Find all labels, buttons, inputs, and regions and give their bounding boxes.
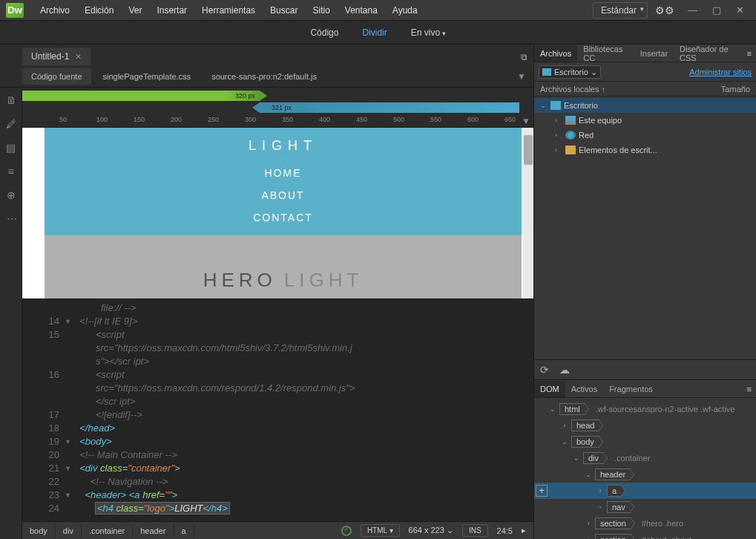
preview-nav-item[interactable]: ABOUT: [45, 189, 522, 201]
related-file-js[interactable]: source-sans-pro:n2:default.js: [203, 68, 326, 85]
menu-herramientas[interactable]: Herramientas: [194, 2, 263, 19]
indent-icon[interactable]: ≡: [4, 165, 18, 178]
code-line[interactable]: s"></scr ipt>: [22, 355, 355, 368]
files-col-size[interactable]: Tamaño: [721, 85, 750, 94]
panel-menu-icon[interactable]: ≡: [743, 385, 756, 393]
panel-menu-icon[interactable]: ≡: [743, 49, 756, 58]
manage-sites-link[interactable]: Administrar sitios: [689, 68, 752, 76]
menu-ayuda[interactable]: Ayuda: [385, 2, 425, 19]
code-line[interactable]: 16 <script: [22, 368, 355, 382]
ruler-handle-icon[interactable]: ▼: [522, 116, 530, 126]
menu-ventana[interactable]: Ventana: [338, 2, 385, 19]
dom-row[interactable]: +›a: [534, 483, 756, 499]
code-line[interactable]: file:// -->: [22, 301, 355, 315]
site-dropdown[interactable]: Escritorio: [539, 65, 601, 79]
code-line[interactable]: 22 <!-- Navigation -->: [22, 475, 355, 489]
dom-row[interactable]: ⌄div.container: [534, 450, 756, 466]
status-insert-mode[interactable]: INS: [462, 524, 488, 537]
document-tab[interactable]: Untitled-1 ✕: [22, 48, 91, 65]
dom-row[interactable]: ›section#hero .hero: [534, 515, 756, 532]
code-line[interactable]: 24 <h4 class="logo">LIGHT</h4>: [22, 502, 355, 515]
files-col-name[interactable]: Archivos locales ↑: [540, 85, 605, 94]
source-code-button[interactable]: Código fuente: [22, 68, 91, 85]
dom-row[interactable]: ⌄body: [534, 434, 756, 450]
dom-row[interactable]: ›head: [534, 417, 756, 434]
related-file-css[interactable]: singlePageTemplate.css: [94, 68, 200, 85]
code-line[interactable]: src="https://oss.maxcdn.com/html5shiv/3.…: [22, 342, 355, 355]
manage-icon[interactable]: ▤: [4, 141, 18, 154]
tree-row[interactable]: ⌄Escritorio: [534, 98, 756, 113]
code-line[interactable]: 14▼ <!--[if lt IE 9]>: [22, 315, 355, 328]
close-button[interactable]: ✕: [730, 1, 750, 19]
tools-icon[interactable]: 🖉: [4, 117, 18, 131]
code-line[interactable]: 23▼ <header> <a href="">: [22, 489, 355, 502]
breadcrumb-item[interactable]: a: [174, 524, 194, 538]
preview-nav-item[interactable]: HOME: [45, 167, 522, 179]
code-line[interactable]: 19▼ <body>: [22, 435, 355, 448]
menu-archivo[interactable]: Archivo: [33, 2, 77, 19]
tree-row[interactable]: ›Red: [534, 128, 756, 143]
ruler-tick: 500: [393, 116, 404, 123]
ruler-tick: 600: [467, 116, 479, 123]
code-line[interactable]: 20 <!-- Main Container -->: [22, 448, 355, 462]
tree-row[interactable]: ›Elementos de escrit...: [534, 143, 756, 157]
code-line[interactable]: 21▼ <div class="container">: [22, 462, 355, 475]
view-code-button[interactable]: Código: [304, 24, 344, 41]
code-line[interactable]: 15 <script: [22, 328, 355, 342]
tree-row[interactable]: ›Este equipo: [534, 113, 756, 128]
status-language[interactable]: HTML ▾: [361, 524, 400, 537]
panel-tab[interactable]: Insertar: [634, 45, 674, 62]
view-split-button[interactable]: Dividir: [356, 24, 392, 41]
minimize-button[interactable]: —: [682, 1, 703, 19]
live-preview[interactable]: LIGHT HOMEABOUTCONTACT HERO LIGHT: [22, 128, 533, 298]
mq-bar-max[interactable]: 320 px: [22, 91, 260, 101]
status-ok-icon[interactable]: [341, 526, 352, 536]
breadcrumb-item[interactable]: div: [56, 524, 82, 538]
panel-tab[interactable]: DOM: [534, 381, 565, 397]
panel-tab[interactable]: Archivos: [534, 45, 577, 62]
file-icon[interactable]: 🗎: [4, 94, 18, 107]
menu-insertar[interactable]: Insertar: [149, 2, 194, 19]
menu-sitio[interactable]: Sitio: [305, 2, 337, 19]
dom-row[interactable]: ›nav: [534, 499, 756, 515]
breadcrumb-item[interactable]: body: [22, 524, 56, 538]
preview-nav-item[interactable]: CONTACT: [45, 212, 522, 223]
status-overflow-icon[interactable]: ▸: [522, 526, 526, 535]
ruler-tick: 350: [282, 116, 293, 123]
view-live-button[interactable]: En vivo: [405, 24, 452, 41]
preview-hero-text-2: LIGHT: [284, 269, 364, 292]
menu-edición[interactable]: Edición: [77, 2, 121, 19]
scrollbar-thumb[interactable]: [524, 135, 533, 165]
ruler-tick: 400: [319, 116, 330, 123]
window-mode-icon[interactable]: ⧉: [515, 49, 533, 65]
panel-tab[interactable]: Fragmentos: [603, 381, 659, 397]
filter-icon[interactable]: ▼: [510, 68, 533, 85]
menu-ver[interactable]: Ver: [121, 2, 149, 19]
dom-row[interactable]: ⌄html.wf-sourcesanspro-n2-active .wf-act…: [534, 401, 756, 417]
code-line[interactable]: src="https://oss.maxcdn.com/respond/1.4.…: [22, 382, 355, 395]
mq-bar-min[interactable]: 321 px: [260, 102, 519, 113]
app-logo: Dw: [6, 3, 24, 18]
code-line[interactable]: 17 <![endif]-->: [22, 408, 355, 422]
code-line[interactable]: </scr ipt>: [22, 395, 355, 408]
maximize-button[interactable]: ▢: [706, 1, 727, 19]
breadcrumb-item[interactable]: .container: [82, 524, 133, 538]
media-query-bars[interactable]: 320 px 321 px: [22, 88, 533, 114]
code-editor[interactable]: file:// -->14▼ <!--[if lt IE 9]>15 <scri…: [22, 298, 533, 521]
code-line[interactable]: 18 </head>: [22, 422, 355, 435]
more-icon[interactable]: ⋯: [4, 212, 18, 226]
preview-hero-text-1: HERO: [203, 269, 277, 292]
collect-icon[interactable]: ☁: [559, 364, 570, 376]
dom-row[interactable]: ⌄header: [534, 466, 756, 483]
workspace-dropdown[interactable]: Estándar: [593, 2, 648, 19]
close-tab-icon[interactable]: ✕: [75, 52, 82, 62]
panel-tab[interactable]: Activos: [565, 381, 603, 397]
refresh-icon[interactable]: ⟳: [540, 364, 549, 376]
add-element-icon[interactable]: +: [536, 485, 548, 497]
menu-buscar[interactable]: Buscar: [263, 2, 305, 19]
breadcrumb-item[interactable]: header: [133, 524, 174, 538]
preview-scrollbar[interactable]: [523, 128, 533, 298]
expand-icon[interactable]: ⊕: [4, 189, 18, 202]
sync-settings-icon[interactable]: ⚙⚙: [651, 4, 679, 16]
dom-row[interactable]: ›section#about .about: [534, 532, 756, 539]
